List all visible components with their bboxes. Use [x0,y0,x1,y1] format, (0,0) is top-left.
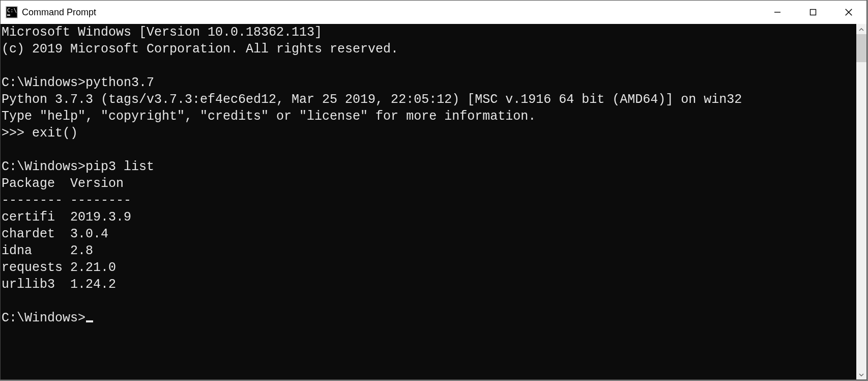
scroll-thumb[interactable] [856,34,866,62]
svg-rect-5 [811,10,816,15]
terminal-line: idna 2.8 [2,243,93,258]
terminal-line: certifi 2019.3.9 [2,210,131,225]
terminal-line: (c) 2019 Microsoft Corporation. All righ… [2,42,398,57]
cmd-icon: C:\ [6,6,18,18]
terminal-cursor [86,320,93,322]
close-button[interactable] [831,1,866,24]
title-left: C:\ Command Prompt [1,6,760,18]
window-title: Command Prompt [22,7,96,18]
terminal-line: -------- -------- [2,193,131,208]
window-controls [760,1,866,24]
terminal-output[interactable]: Microsoft Windows [Version 10.0.18362.11… [1,24,856,379]
terminal-line: C:\Windows>python3.7 [2,75,154,90]
terminal-line: chardet 3.0.4 [2,227,108,241]
terminal-line: C:\Windows>pip3 list [2,159,154,174]
client-area: Microsoft Windows [Version 10.0.18362.11… [1,24,866,379]
svg-text:C:\: C:\ [7,7,17,13]
maximize-button[interactable] [795,1,831,24]
chevron-up-icon [859,26,864,32]
terminal-line: Microsoft Windows [Version 10.0.18362.11… [2,25,322,40]
scroll-down-button[interactable] [856,369,866,379]
terminal-line: Type "help", "copyright", "credits" or "… [2,109,536,124]
terminal-line: Package Version [2,176,124,191]
terminal-line: Python 3.7.3 (tags/v3.7.3:ef4ec6ed12, Ma… [2,92,742,107]
svg-rect-3 [7,15,10,16]
titlebar[interactable]: C:\ Command Prompt [1,1,866,24]
terminal-line: C:\Windows> [2,311,85,325]
terminal-line: urllib3 1.24.2 [2,277,116,292]
terminal-line: requests 2.21.0 [2,260,116,275]
chevron-down-icon [859,372,864,377]
scroll-up-button[interactable] [856,24,866,34]
vertical-scrollbar[interactable] [856,24,866,379]
minimize-button[interactable] [760,1,795,24]
terminal-line: >>> exit() [2,126,78,141]
command-prompt-window: C:\ Command Prompt Microsoft Windows [Ve… [0,0,867,380]
